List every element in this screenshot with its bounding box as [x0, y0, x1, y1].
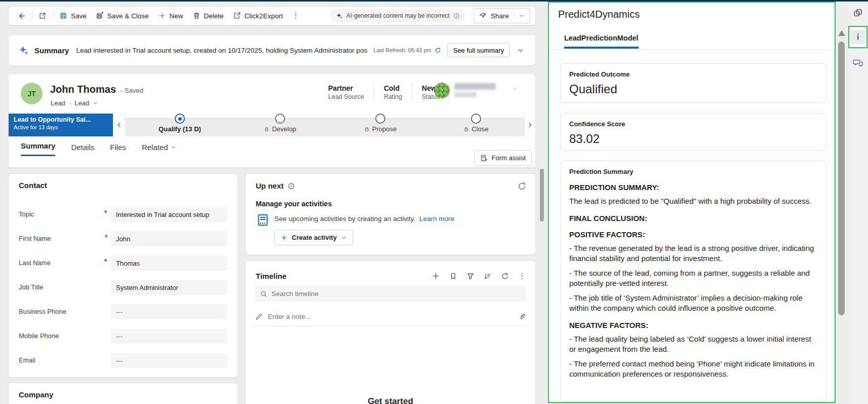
create-activity-button[interactable]: Create activity — [274, 230, 353, 245]
summary-heading: FINAL CONCLUSION: — [569, 214, 817, 223]
search-icon — [260, 290, 267, 298]
owner-avatar — [434, 83, 450, 98]
lock-icon — [463, 126, 469, 132]
field-input-last-name[interactable]: Thomas — [111, 255, 227, 271]
chat-icon[interactable] — [852, 57, 863, 68]
save-icon — [59, 12, 67, 20]
ai-notice-text: AI-generated content may be incorrect — [346, 12, 450, 19]
note-input[interactable] — [268, 313, 513, 320]
pencil-icon — [255, 313, 263, 321]
share-button[interactable]: Share — [474, 8, 530, 23]
paperclip-icon[interactable] — [518, 313, 526, 321]
bpf-process-badge[interactable]: Lead to Opportunity Sal... Active for 13… — [9, 114, 113, 136]
bookmark-icon[interactable] — [449, 272, 457, 280]
field-input-email[interactable]: --- — [111, 353, 227, 368]
more-options-icon[interactable] — [518, 272, 526, 280]
predicted-outcome-label: Predicted Outcome — [569, 70, 817, 78]
refresh-icon[interactable] — [435, 47, 441, 54]
copilot-sparkle-icon — [19, 45, 29, 55]
copilot-icon[interactable] — [853, 8, 863, 18]
field-input-job-title[interactable]: System Administrator — [111, 280, 227, 295]
form-selector[interactable]: Lead — [74, 99, 89, 107]
owner-field[interactable] — [434, 81, 496, 98]
save-label: Save — [71, 12, 87, 20]
field-input-mobile-phone[interactable]: --- — [111, 328, 227, 344]
tab-details[interactable]: Details — [71, 143, 94, 156]
owner-chevron-icon[interactable] — [512, 86, 518, 92]
more-commands-button[interactable] — [287, 9, 304, 23]
stage-circle-icon[interactable] — [375, 114, 385, 124]
stage-circle-icon[interactable] — [471, 114, 481, 124]
field-input-topic[interactable]: Interested in Trial account setup — [111, 207, 227, 222]
form-assist-button[interactable]: Form assist — [474, 150, 532, 166]
timeline-search-input[interactable] — [271, 290, 521, 298]
collapse-summary-chevron-icon[interactable] — [517, 47, 524, 54]
field-label-last-name: Last Name — [19, 259, 51, 267]
tab-summary[interactable]: Summary — [21, 141, 55, 156]
predict4dynamics-rail-button-selected[interactable]: i — [848, 26, 867, 48]
learn-more-link[interactable]: Learn more — [419, 215, 454, 223]
timeline-search-box[interactable] — [255, 286, 526, 302]
timeline-note-row[interactable] — [255, 307, 526, 326]
entity-separator: · — [69, 99, 71, 107]
divider — [549, 49, 835, 50]
summary-banner-text: Lead interested in Trial account setup, … — [76, 47, 367, 54]
prediction-summary-card: Prediction Summary PREDICTION SUMMARY: T… — [560, 161, 826, 402]
scrollbar-up-arrow[interactable] — [838, 30, 845, 36]
main-scrollbar-thumb[interactable] — [540, 169, 544, 222]
tab-related[interactable]: Related — [142, 143, 176, 156]
info-icon[interactable] — [453, 13, 460, 19]
create-activity-label: Create activity — [292, 234, 337, 241]
last-refresh-text: Last Refresh: 05:43 pm — [373, 47, 431, 53]
field-label-job-title: Job Title — [19, 283, 43, 291]
header-field-lead-source[interactable]: Partner Lead Source — [319, 84, 374, 100]
chevron-down-icon — [171, 144, 176, 150]
header-field-rating[interactable]: Cold Rating — [374, 84, 412, 100]
lead-record-card: JT John Thomas - Saved Lead · Lead Partn… — [8, 74, 536, 168]
add-record-icon[interactable] — [431, 272, 440, 280]
bpf-next-stage-button[interactable] — [524, 114, 535, 136]
timeline-title: Timeline — [256, 272, 287, 280]
page-scrollbar-thumb[interactable] — [838, 42, 845, 315]
stage-radio-icon[interactable] — [175, 114, 185, 124]
field-label-mobile-phone: Mobile Phone — [19, 332, 59, 340]
chevron-down-icon[interactable] — [93, 100, 98, 106]
refresh-icon[interactable] — [517, 181, 527, 191]
back-button[interactable] — [13, 9, 30, 23]
click2export-button[interactable]: Click2Export — [228, 9, 288, 23]
sort-icon[interactable] — [484, 272, 492, 280]
field-input-business-phone[interactable]: --- — [111, 304, 227, 319]
see-full-summary-button[interactable]: See full summary — [447, 43, 510, 57]
popout-button[interactable] — [34, 9, 51, 23]
plus-icon — [281, 234, 288, 241]
stage-circle-icon[interactable] — [275, 114, 285, 124]
save-and-close-button[interactable]: Save & Close — [91, 9, 153, 23]
contact-section: Contact Topic * Interested in Trial acco… — [8, 173, 238, 378]
save-close-label: Save & Close — [107, 12, 149, 20]
panel-title: Predict4Dynamics — [558, 9, 640, 20]
owner-name-redacted — [454, 83, 496, 90]
new-button[interactable]: New — [153, 9, 188, 23]
field-input-first-name[interactable]: John — [111, 231, 227, 246]
stage-label: Close — [471, 125, 488, 133]
bpf-collapse-button[interactable] — [113, 114, 126, 136]
delete-button[interactable]: Delete — [188, 9, 228, 23]
new-label: New — [170, 12, 183, 20]
lock-icon — [364, 126, 370, 132]
field-value: Partner — [328, 84, 364, 92]
confidence-score-value: 83.02 — [569, 132, 817, 146]
refresh-icon[interactable] — [501, 272, 509, 280]
chevron-down-icon — [341, 235, 347, 241]
kebab-icon — [292, 12, 300, 20]
ai-content-notice: AI-generated content may be incorrect — [330, 9, 465, 22]
up-next-widget: Up next Manage your activities See upcom… — [245, 173, 536, 255]
filter-icon[interactable] — [466, 272, 475, 280]
save-button[interactable]: Save — [55, 9, 91, 23]
entity-type: Lead — [51, 99, 65, 107]
open-in-new-window-icon — [38, 12, 47, 20]
tab-files[interactable]: Files — [110, 143, 126, 156]
field-label: Lead Source — [328, 93, 364, 100]
summary-heading: PREDICTION SUMMARY: — [569, 183, 817, 192]
info-icon[interactable] — [288, 182, 295, 190]
tab-lead-prediction-model[interactable]: LeadPredictionModel — [564, 34, 639, 49]
